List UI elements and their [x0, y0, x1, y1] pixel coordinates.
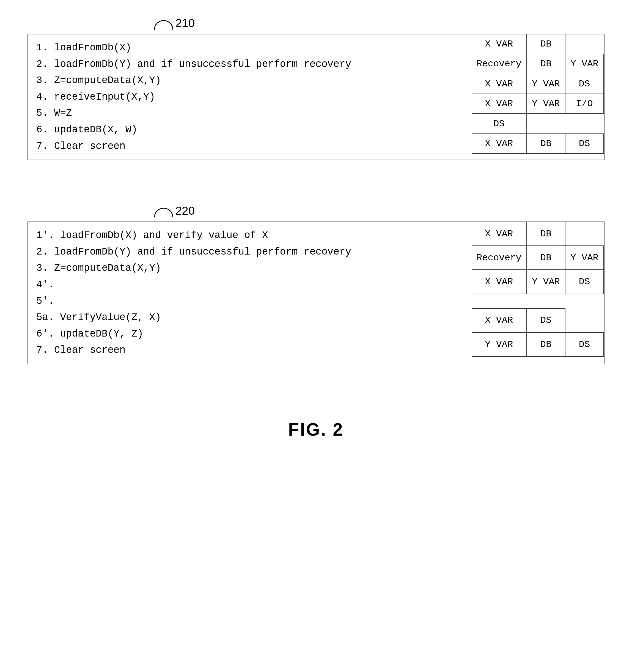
table-cell: X VAR — [472, 222, 527, 246]
table-cell: DB — [527, 332, 565, 356]
code-line-5p: 5'. — [36, 293, 463, 309]
code-line-7: 7. Clear screen — [36, 138, 463, 154]
table-cell — [472, 294, 527, 301]
resource-table-220: X VARDBRecoveryDBY VARX VARY VARDSX VARD… — [472, 222, 604, 364]
table-cell — [565, 153, 604, 160]
table-cell: DS — [472, 114, 527, 134]
table-cell — [527, 301, 565, 309]
table-cell — [472, 153, 527, 160]
table-cell: X VAR — [472, 309, 527, 332]
code-line-1p: 1'. loadFromDb(X) and verify value of X — [36, 227, 463, 243]
diagram-210-arc — [154, 20, 173, 30]
diagram-220-table: X VARDBRecoveryDBY VARX VARY VARDSX VARD… — [472, 222, 604, 364]
table-cell: Y VAR — [527, 270, 565, 294]
table-cell: X VAR — [472, 34, 527, 54]
diagram-220-block: 220 1'. loadFromDb(X) and verify value o… — [27, 204, 605, 364]
table-cell: Y VAR — [527, 94, 565, 114]
diagram-220-label: 220 — [175, 204, 195, 217]
table-cell — [565, 114, 604, 134]
diagram-210-box: 1. loadFromDb(X) 2. loadFromDb(Y) and if… — [27, 34, 605, 160]
table-cell — [527, 356, 565, 364]
table-cell: X VAR — [472, 94, 527, 114]
code-line-1: 1. loadFromDb(X) — [36, 40, 463, 56]
table-cell — [527, 114, 565, 134]
table-cell — [472, 301, 527, 309]
table-cell — [565, 356, 604, 364]
code-line-3: 3. Z=computeData(X,Y) — [36, 73, 463, 89]
diagram-220-code: 1'. loadFromDb(X) and verify value of X … — [28, 222, 472, 364]
diagram-210-table: X VARDBRecoveryDBY VARX VARY VARDSX VARY… — [472, 34, 604, 160]
page-container: 210 1. loadFromDb(X) 2. loadFromDb(Y) an… — [27, 17, 605, 440]
table-cell — [565, 309, 604, 332]
table-cell: Recovery — [472, 54, 527, 74]
table-cell: Recovery — [472, 246, 527, 270]
table-cell — [527, 153, 565, 160]
table-cell — [472, 356, 527, 364]
table-cell: DB — [527, 54, 565, 74]
table-cell: DS — [565, 270, 604, 294]
table-cell: X VAR — [472, 134, 527, 153]
table-cell: DS — [565, 332, 604, 356]
diagram-210-code: 1. loadFromDb(X) 2. loadFromDb(Y) and if… — [28, 34, 472, 160]
table-cell: Y VAR — [565, 246, 604, 270]
table-cell: DB — [527, 246, 565, 270]
code-line-4p: 4'. — [36, 277, 463, 293]
table-cell — [565, 301, 604, 309]
table-cell — [527, 294, 565, 301]
figure-caption: FIG. 2 — [288, 419, 344, 440]
code-line-7b: 7. Clear screen — [36, 342, 463, 358]
code-line-5a: 5a. VerifyValue(Z, X) — [36, 310, 463, 326]
table-cell: DS — [565, 134, 604, 153]
code-line-3b: 3. Z=computeData(X,Y) — [36, 260, 463, 276]
table-cell: Y VAR — [472, 332, 527, 356]
table-cell: DB — [527, 134, 565, 153]
table-cell: DB — [527, 222, 565, 246]
code-line-2b: 2. loadFromDb(Y) and if unsuccessful per… — [36, 244, 463, 260]
diagram-210-block: 210 1. loadFromDb(X) 2. loadFromDb(Y) an… — [27, 17, 605, 160]
table-cell: X VAR — [472, 74, 527, 94]
table-cell — [565, 222, 604, 246]
code-line-5: 5. W=Z — [36, 105, 463, 121]
resource-table-210: X VARDBRecoveryDBY VARX VARY VARDSX VARY… — [472, 34, 604, 160]
table-cell: DB — [527, 34, 565, 54]
table-cell: DS — [527, 309, 565, 332]
table-cell: I/O — [565, 94, 604, 114]
code-line-6: 6. updateDB(X, W) — [36, 122, 463, 138]
diagram-220-arc — [154, 208, 173, 217]
table-cell — [565, 294, 604, 301]
diagram-220-box: 1'. loadFromDb(X) and verify value of X … — [27, 221, 605, 364]
code-line-6p: 6'. updateDB(Y, Z) — [36, 326, 463, 342]
table-cell: Y VAR — [527, 74, 565, 94]
code-line-2: 2. loadFromDb(Y) and if unsuccessful per… — [36, 56, 463, 72]
diagram-210-label: 210 — [175, 17, 195, 30]
table-cell: Y VAR — [565, 54, 604, 74]
table-cell — [565, 34, 604, 54]
code-line-4: 4. receiveInput(X,Y) — [36, 89, 463, 105]
table-cell: X VAR — [472, 270, 527, 294]
table-cell: DS — [565, 74, 604, 94]
